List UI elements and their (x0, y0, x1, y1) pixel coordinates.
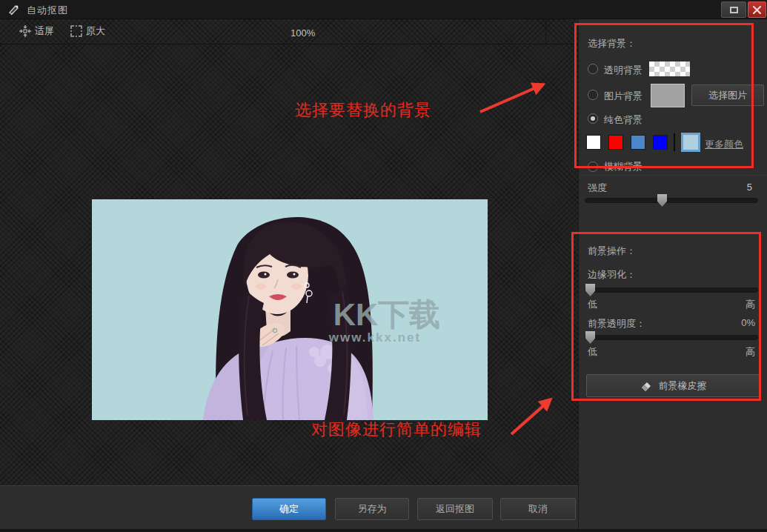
color-swatch-blue[interactable] (653, 135, 668, 150)
strength-slider-thumb[interactable] (657, 194, 667, 207)
feather-slider-thumb[interactable] (585, 284, 595, 296)
toolbar-divider (545, 19, 546, 44)
opacity-low-label: 低 (588, 345, 597, 359)
cancel-button[interactable]: 取消 (500, 498, 576, 520)
foreground-eraser-button[interactable]: 前景橡皮擦 (586, 374, 760, 397)
maximize-icon (730, 7, 738, 13)
close-button[interactable] (748, 1, 766, 18)
original-size-icon (70, 25, 82, 37)
color-swatch-red[interactable] (608, 135, 623, 150)
original-size-label: 原大 (86, 24, 105, 38)
toolbar: 适屏 原大 100% (0, 19, 578, 44)
opacity-label: 前景透明度： (588, 317, 645, 330)
more-colors-link[interactable]: 更多颜色 (705, 138, 743, 151)
settings-panel: 选择背景： 透明背景 图片背景 选择图片 纯色背景 更多颜色 模糊背景 强度 5… (578, 19, 767, 532)
feather-label: 边缘羽化： (588, 268, 636, 282)
canvas-area: KK下载 www.kkx.net (0, 45, 578, 485)
image-background-label: 图片背景 (604, 90, 643, 103)
save-as-button[interactable]: 另存为 (335, 498, 409, 520)
app-icon (8, 4, 21, 16)
strength-label: 强度 (588, 182, 607, 195)
maximize-button[interactable] (721, 1, 746, 18)
watermark-line2: www.kkx.net (328, 330, 421, 345)
opacity-high-label: 高 (746, 345, 755, 359)
radio-solid-background[interactable] (588, 113, 598, 124)
strength-slider[interactable] (585, 198, 758, 203)
app-window: 自动抠图 适屏 原大 100 (0, 0, 767, 532)
choose-image-button[interactable]: 选择图片 (691, 84, 764, 106)
opacity-slider[interactable] (585, 335, 758, 340)
color-swatch-white[interactable] (586, 135, 601, 150)
transparent-background-label: 透明背景 (604, 64, 643, 77)
eraser-button-label: 前景橡皮擦 (659, 379, 707, 393)
fit-screen-icon (19, 25, 31, 37)
image-background-swatch (651, 84, 685, 107)
eraser-icon (640, 379, 653, 392)
strength-value: 5 (747, 182, 752, 193)
radio-image-background[interactable] (588, 90, 598, 100)
color-swatch-steelblue[interactable] (631, 135, 645, 150)
panel-divider (579, 175, 767, 176)
titlebar: 自动抠图 (0, 0, 767, 19)
watermark-line1: KK下载 (333, 297, 441, 332)
window-bottom-edge (0, 529, 767, 532)
feather-high-label: 高 (746, 298, 755, 311)
annotation-edit-note: 对图像进行简单的编辑 (311, 419, 482, 441)
background-section-title: 选择背景： (588, 37, 636, 50)
page-title: 自动抠图 (27, 4, 68, 17)
transparent-swatch (649, 61, 690, 76)
zoom-level: 100% (290, 27, 315, 39)
opacity-value: 0% (741, 317, 755, 328)
opacity-slider-thumb[interactable] (585, 331, 595, 344)
solid-background-label: 纯色背景 (604, 113, 643, 127)
fit-screen-button[interactable]: 适屏 (19, 24, 54, 38)
blur-background-label: 模糊背景 (604, 160, 643, 173)
radio-blur-background[interactable] (588, 162, 598, 172)
feather-low-label: 低 (588, 298, 597, 311)
radio-transparent-background[interactable] (588, 64, 598, 74)
annotation-background-note: 选择要替换的背景 (295, 99, 431, 122)
ok-button[interactable]: 确定 (252, 498, 326, 520)
back-to-cutout-button[interactable]: 返回抠图 (417, 498, 493, 520)
original-size-button[interactable]: 原大 (70, 24, 105, 38)
swatch-divider (674, 133, 675, 151)
close-icon (753, 6, 761, 14)
feather-slider[interactable] (585, 287, 758, 293)
preview-image: KK下载 www.kkx.net (92, 199, 488, 420)
color-swatch-selected[interactable] (681, 133, 700, 152)
fit-screen-label: 适屏 (35, 24, 54, 38)
foreground-section-title: 前景操作： (588, 245, 636, 258)
